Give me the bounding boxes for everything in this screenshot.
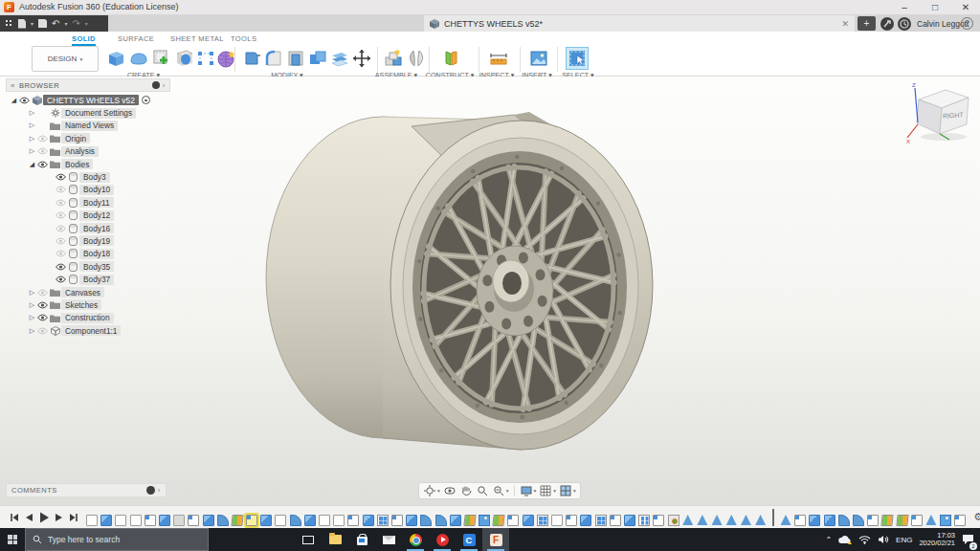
tree-row-analysis[interactable]: ▷Analysis: [6, 145, 170, 158]
expand-icon[interactable]: ▷: [28, 327, 36, 335]
timeline-feature-ex[interactable]: [203, 515, 214, 526]
mail-button[interactable]: [375, 528, 402, 551]
data-panel-icon[interactable]: [5, 19, 13, 28]
maximize-button[interactable]: □: [921, 0, 949, 15]
visibility-eye-icon[interactable]: [55, 263, 67, 271]
browser-header[interactable]: « BROWSER ›: [6, 78, 170, 92]
timeline-feature-sk[interactable]: [275, 515, 286, 526]
step-forward-icon[interactable]: [55, 513, 63, 522]
undo-icon[interactable]: ↶: [52, 15, 59, 32]
timeline-feature-sk[interactable]: [86, 515, 98, 526]
viewport-canvas[interactable]: « BROWSER › ◢CHETTYS WHEELS v52▷Document…: [0, 77, 980, 505]
task-view-button[interactable]: [295, 528, 322, 551]
tree-row-body19[interactable]: Body19: [6, 234, 170, 247]
grid-snap-icon[interactable]: ▾: [539, 484, 556, 497]
tree-row-document-settings[interactable]: ▷Document Settings: [6, 106, 170, 119]
document-tab[interactable]: CHETTYS WHEELS v52* ✕: [424, 15, 855, 32]
create-form-icon[interactable]: [128, 48, 149, 69]
timeline-feature-skb[interactable]: [794, 515, 806, 526]
minimize-button[interactable]: –: [890, 0, 919, 15]
play-icon[interactable]: [39, 512, 49, 523]
tree-row-body12[interactable]: Body12: [6, 209, 170, 222]
tab-solid[interactable]: SOLID: [72, 34, 96, 46]
timeline-feature-ex[interactable]: [363, 515, 374, 526]
expand-icon[interactable]: ▷: [28, 135, 36, 143]
timeline-feature-sk[interactable]: [130, 515, 142, 526]
document-tab-close-icon[interactable]: ✕: [841, 19, 849, 29]
view-cube[interactable]: RIGHT Z X: [905, 80, 978, 143]
extensions-icon[interactable]: [880, 17, 894, 31]
timeline-feature-tr[interactable]: [925, 515, 937, 526]
visibility-eye-icon[interactable]: [36, 314, 49, 321]
timeline-feature-pl[interactable]: [881, 515, 894, 526]
wifi-icon[interactable]: [858, 535, 871, 544]
comments-bar[interactable]: COMMENTS ›: [6, 483, 167, 497]
assemble-joint-icon[interactable]: [406, 48, 427, 69]
create-revolve-icon[interactable]: [174, 48, 195, 69]
timeline-feature-ex[interactable]: [159, 515, 170, 526]
tree-row-canvases[interactable]: ▷Canvases: [6, 286, 170, 298]
help-icon[interactable]: ?: [961, 17, 973, 30]
display-settings-icon[interactable]: ▾: [520, 484, 537, 497]
timeline-feature-ex[interactable]: [304, 515, 316, 526]
timeline-feature-ex[interactable]: [809, 515, 820, 526]
save-icon[interactable]: [38, 19, 47, 28]
collapse-icon[interactable]: ◢: [10, 97, 18, 104]
timeline-feature-pl[interactable]: [493, 515, 505, 526]
timeline-feature-fi[interactable]: [420, 515, 432, 526]
visibility-eye-icon[interactable]: [36, 327, 49, 335]
create-box-icon[interactable]: [105, 48, 126, 69]
cura-button[interactable]: C: [456, 528, 482, 551]
tree-row-body3[interactable]: Body3: [6, 170, 170, 183]
tree-row-component1-1[interactable]: ▷Component1:1: [6, 324, 170, 337]
timeline-feature-pl[interactable]: [231, 515, 243, 526]
timeline-feature-sk[interactable]: [319, 515, 330, 526]
timeline-feature-ex[interactable]: [450, 515, 461, 526]
new-tab-button[interactable]: +: [858, 16, 876, 31]
file-menu-icon[interactable]: [18, 19, 26, 29]
visibility-eye-icon[interactable]: [55, 250, 67, 257]
visibility-eye-icon[interactable]: [55, 173, 67, 181]
modify-shell-icon[interactable]: [285, 48, 306, 69]
timeline-feature-skb[interactable]: [653, 515, 664, 526]
language-indicator[interactable]: ENG: [896, 536, 912, 544]
timeline-feature-skb[interactable]: [145, 515, 156, 526]
skip-to-end-icon[interactable]: [69, 513, 78, 522]
onedrive-icon[interactable]: [838, 535, 852, 545]
select-tool-icon[interactable]: [567, 48, 588, 69]
fusion360-taskbar-button[interactable]: F: [482, 528, 509, 551]
timeline-feature-fi[interactable]: [217, 515, 229, 526]
look-at-icon[interactable]: [443, 484, 457, 497]
timeline-feature-skb[interactable]: [347, 515, 359, 526]
timeline-feature-tr[interactable]: [755, 515, 767, 526]
timeline-feature-fi[interactable]: [290, 515, 301, 526]
visibility-eye-icon[interactable]: [36, 147, 49, 155]
tree-row-body37[interactable]: Body37: [6, 273, 170, 285]
timeline-feature-tr[interactable]: [682, 515, 694, 526]
timeline-feature-skb[interactable]: [507, 515, 519, 526]
comments-expand-icon[interactable]: ›: [158, 486, 161, 495]
tree-row-chettys-wheels-v52[interactable]: ◢CHETTYS WHEELS v52: [6, 94, 170, 106]
timeline-feature-sk[interactable]: [115, 515, 126, 526]
expand-icon[interactable]: ▷: [28, 314, 36, 321]
visibility-eye-icon[interactable]: [55, 237, 67, 245]
timeline-feature-pl[interactable]: [463, 515, 476, 526]
timeline-feature-pl[interactable]: [896, 515, 908, 526]
zoom-icon[interactable]: [476, 484, 489, 497]
timeline-feature-skb[interactable]: [246, 515, 257, 526]
assemble-new-component-icon[interactable]: [383, 48, 404, 69]
timeline-feature-skb[interactable]: [391, 515, 403, 526]
modify-press-pull-icon[interactable]: [241, 48, 262, 69]
visibility-eye-icon[interactable]: [55, 186, 67, 193]
create-sketch-dimension-icon[interactable]: [195, 48, 216, 69]
collapse-icon[interactable]: ◢: [28, 161, 36, 168]
timeline-scrubber[interactable]: [772, 509, 774, 526]
browser-expand-icon[interactable]: ›: [163, 81, 166, 90]
redo-icon[interactable]: ↷: [72, 15, 79, 32]
timeline-feature-pa[interactable]: [595, 515, 607, 526]
create-sketch-icon[interactable]: [151, 48, 172, 69]
timeline-feature-fi[interactable]: [435, 515, 447, 526]
timeline-feature-im[interactable]: [479, 515, 490, 526]
visibility-eye-icon[interactable]: [36, 161, 49, 168]
tree-row-sketches[interactable]: ▷Sketches: [6, 298, 170, 311]
